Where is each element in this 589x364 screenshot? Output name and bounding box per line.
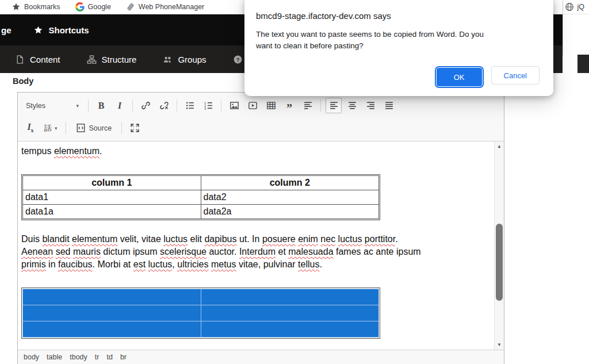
scroll-down-button[interactable]: ▼ <box>495 340 504 350</box>
misspelled-word[interactable]: luctus <box>163 234 188 244</box>
numbered-list-button[interactable]: 123 <box>200 98 216 113</box>
misspelled-word[interactable]: ultricies <box>177 259 208 269</box>
table-button[interactable] <box>263 98 279 113</box>
scroll-up-button[interactable]: ▲ <box>495 141 504 151</box>
selected-table-cell[interactable] <box>23 289 201 305</box>
table-header-cell[interactable]: column 1 <box>23 176 201 190</box>
horizontal-lines-button[interactable] <box>300 98 316 113</box>
paragraph[interactable]: tempus elementum. <box>21 145 491 158</box>
misspelled-word[interactable]: Aenean <box>21 247 53 256</box>
misspelled-word[interactable]: elementum <box>72 234 117 244</box>
italic-button[interactable]: I <box>112 98 128 113</box>
misspelled-word[interactable]: mauris <box>73 247 101 256</box>
editable-document[interactable]: tempus elementum. column 1column 2data1d… <box>18 141 494 350</box>
selected-table-cell[interactable] <box>201 305 379 321</box>
media-play-icon <box>248 101 258 110</box>
misspelled-word[interactable]: faucibus <box>58 259 93 269</box>
misspelled-word[interactable]: blandit <box>42 234 69 244</box>
misspelled-word[interactable]: enim <box>298 234 318 244</box>
element-path-item[interactable]: td <box>106 353 112 361</box>
misspelled-word[interactable]: luctus <box>338 234 362 244</box>
misspelled-word[interactable]: est <box>133 259 146 269</box>
document-icon <box>15 55 25 64</box>
align-left-icon <box>329 101 339 110</box>
content-table-frame: column 1column 2data1data2data1adata2a <box>21 174 380 220</box>
maximize-button[interactable] <box>127 120 143 136</box>
table-icon <box>266 101 276 110</box>
bold-button[interactable]: B <box>93 98 109 113</box>
align-center-button[interactable] <box>344 98 360 113</box>
selected-table[interactable] <box>22 289 379 338</box>
unlink-button[interactable] <box>156 98 172 113</box>
bookmark-label: Web PhoneManager <box>139 3 204 11</box>
admin-item-content[interactable]: Content <box>15 55 60 64</box>
table-cell[interactable]: data2 <box>201 190 379 205</box>
bookmark-google[interactable]: Google <box>75 2 111 12</box>
dialog-buttons: OK Cancel <box>256 66 542 88</box>
misspelled-word[interactable]: posuere <box>262 234 296 244</box>
people-icon <box>163 55 173 64</box>
editor-content-area[interactable]: tempus elementum. column 1column 2data1d… <box>18 141 504 350</box>
admin-item-structure[interactable]: Structure <box>87 55 137 64</box>
shortcuts-tab[interactable]: Shortcuts <box>33 25 89 35</box>
element-path-item[interactable]: br <box>120 353 127 361</box>
misspelled-word[interactable]: primis <box>21 259 46 269</box>
misspelled-word[interactable]: sed <box>56 247 71 256</box>
misspelled-word[interactable]: Interdum <box>239 247 276 256</box>
source-button[interactable]: Source <box>71 120 117 136</box>
table-cell[interactable]: data1a <box>23 205 201 219</box>
align-right-button[interactable] <box>362 98 378 113</box>
window-edge-divider <box>563 0 563 55</box>
bulleted-list-button[interactable] <box>182 98 198 113</box>
paragraph[interactable]: Duis blandit elementum velit, vitae luct… <box>21 233 491 271</box>
misspelled-word[interactable]: scelerisque <box>160 247 206 256</box>
toolbar-separator <box>132 99 133 112</box>
element-path-item[interactable]: tbody <box>70 353 87 361</box>
cancel-button[interactable]: Cancel <box>491 66 540 85</box>
scrollbar-thumb[interactable] <box>496 224 503 301</box>
misspelled-word[interactable]: elementum <box>54 146 100 156</box>
align-justify-button[interactable] <box>381 98 397 113</box>
align-right-icon <box>366 101 376 110</box>
selected-table-cell[interactable] <box>201 321 379 338</box>
misspelled-word[interactable]: luctus <box>148 259 173 269</box>
media-embed-button[interactable] <box>244 98 261 113</box>
styles-label: Styles <box>26 102 45 110</box>
sitemap-icon <box>87 55 97 64</box>
misspelled-word[interactable]: nec <box>320 234 335 244</box>
language-button[interactable]: 話 ▾ <box>41 120 61 136</box>
chevron-down-icon: ▾ <box>76 103 79 109</box>
selected-table-cell[interactable] <box>23 305 201 321</box>
bookmark-bookmarks[interactable]: Bookmarks <box>12 2 60 12</box>
align-left-button[interactable] <box>326 98 342 113</box>
content-table[interactable]: column 1column 2data1data2data1adata2a <box>22 175 379 219</box>
manage-tab-truncated[interactable]: ge <box>0 25 12 35</box>
ok-button[interactable]: OK <box>437 68 482 86</box>
styles-dropdown[interactable]: Styles ▾ <box>21 98 85 113</box>
selected-table-cell[interactable] <box>201 289 379 305</box>
misspelled-word[interactable]: metus <box>211 259 236 269</box>
scrollbar[interactable]: ▲ ▼ <box>494 141 504 350</box>
table-cell[interactable]: data2a <box>201 205 379 219</box>
remove-format-button[interactable]: Ix <box>22 120 39 136</box>
bookmark-jquery[interactable]: jQ <box>565 2 586 12</box>
table-header-cell[interactable]: column 2 <box>201 176 379 190</box>
phone-icon <box>126 2 135 12</box>
chevron-down-icon: ▾ <box>55 125 58 131</box>
bookmark-web-phonemanager[interactable]: Web PhoneManager <box>126 2 204 12</box>
admin-item-groups[interactable]: Groups <box>163 55 206 64</box>
blockquote-button[interactable]: ” <box>281 98 297 113</box>
misspelled-word[interactable]: tellus <box>298 259 319 269</box>
link-button[interactable] <box>137 98 154 113</box>
image-button[interactable] <box>226 98 242 113</box>
element-path-item[interactable]: tr <box>95 353 100 361</box>
element-path-item[interactable]: body <box>24 353 39 361</box>
misspelled-word[interactable]: porttitor <box>365 234 395 244</box>
selected-table-cell[interactable] <box>23 321 201 338</box>
misspelled-word[interactable]: dapibus <box>204 234 236 244</box>
element-path-item[interactable]: table <box>47 353 62 361</box>
star-icon <box>33 25 43 35</box>
admin-item-label: Structure <box>102 55 137 64</box>
misspelled-word[interactable]: malesuada <box>288 247 333 256</box>
table-cell[interactable]: data1 <box>23 190 201 205</box>
